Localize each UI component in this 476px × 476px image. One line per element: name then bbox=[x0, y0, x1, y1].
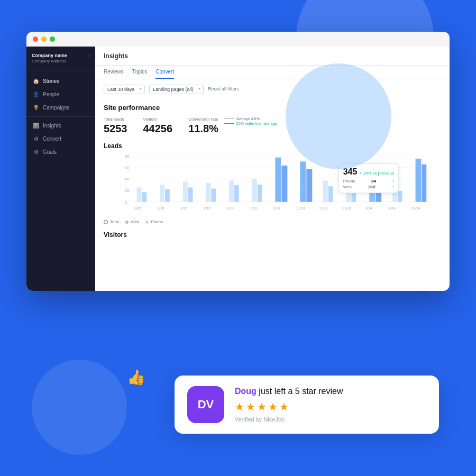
reset-filters-button[interactable]: Reset all filters bbox=[208, 86, 239, 91]
total-legend-icon bbox=[104, 220, 108, 224]
app-body: Company name › Company address 🏠 Stories… bbox=[26, 47, 450, 291]
tooltip-web-trend: ↑ bbox=[392, 185, 394, 189]
close-button[interactable] bbox=[33, 36, 38, 42]
sidebar-header: Company name › Company address bbox=[26, 47, 95, 70]
review-content: Doug just left a 5 star review ★ ★ ★ ★ ★… bbox=[235, 387, 426, 423]
svg-rect-27 bbox=[328, 186, 333, 202]
tooltip-row-web: Web 312 ↑ bbox=[343, 185, 394, 189]
phone-legend-icon bbox=[145, 221, 149, 224]
maximize-button[interactable] bbox=[50, 36, 55, 42]
title-bar bbox=[26, 32, 450, 47]
star-1: ★ bbox=[235, 400, 244, 413]
sidebar-item-insights[interactable]: 📊 Insights bbox=[26, 119, 95, 132]
tab-topics[interactable]: Topics bbox=[132, 69, 147, 79]
svg-rect-19 bbox=[234, 185, 239, 202]
content-area: Site performance Total leads 5253 Visito… bbox=[95, 98, 450, 291]
tooltip-main: 345 + 10% vs previous bbox=[343, 167, 394, 177]
svg-rect-25 bbox=[306, 169, 312, 202]
sidebar-item-convert[interactable]: ⚙ Convert bbox=[26, 132, 95, 145]
metric-conversion-group: Conversion rate 11.8% Average 4.8% bbox=[188, 117, 277, 135]
svg-text:3/24: 3/24 bbox=[365, 206, 372, 210]
svg-text:60: 60 bbox=[125, 166, 129, 170]
convert-icon: ⚙ bbox=[33, 136, 39, 142]
chart-container: 80 60 40 20 0 bbox=[104, 153, 441, 227]
svg-rect-13 bbox=[165, 189, 170, 202]
tab-convert[interactable]: Convert bbox=[155, 69, 174, 79]
svg-text:10/24: 10/24 bbox=[411, 206, 420, 210]
sub-nav: Reviews Topics Convert bbox=[95, 66, 450, 79]
sidebar-label-convert: Convert bbox=[43, 136, 61, 142]
svg-rect-35 bbox=[422, 164, 427, 202]
tooltip-phone-count: 34 bbox=[371, 179, 376, 184]
svg-rect-33 bbox=[398, 191, 402, 202]
date-range-wrapper: Last 30 days Last 7 days Last 90 days bbox=[104, 84, 145, 94]
average-row: Average 4.8% bbox=[224, 117, 277, 121]
conversion-label: Conversion rate bbox=[188, 117, 218, 122]
better-row: 20% better than average bbox=[224, 122, 277, 125]
tooltip-row-phone: Phone 34 ↑ bbox=[343, 179, 394, 184]
sidebar-item-campaigns[interactable]: 💡 Campaigns bbox=[26, 101, 95, 114]
tooltip-change: + 10% vs previous bbox=[359, 171, 394, 176]
verified-badge: Verified by NiceJob bbox=[235, 416, 426, 423]
tooltip-web-label: Web bbox=[343, 185, 352, 189]
review-text: Doug just left a 5 star review bbox=[235, 387, 426, 396]
svg-rect-15 bbox=[188, 187, 193, 202]
sidebar-item-stories[interactable]: 🏠 Stories bbox=[26, 75, 95, 88]
star-2: ★ bbox=[246, 400, 255, 413]
campaigns-icon: 💡 bbox=[33, 105, 39, 111]
landing-pages-wrapper: Landing pages (all) bbox=[149, 84, 204, 94]
svg-text:1/10: 1/10 bbox=[250, 206, 257, 210]
svg-rect-34 bbox=[416, 159, 422, 202]
legend-total: Total bbox=[104, 219, 119, 224]
minimize-button[interactable] bbox=[41, 36, 47, 42]
goals-icon: ⚙ bbox=[33, 149, 39, 155]
deco-circle bbox=[286, 63, 391, 169]
sidebar-label-goals: Goals bbox=[43, 149, 57, 155]
svg-text:8/16: 8/16 bbox=[204, 206, 210, 210]
web-legend-icon bbox=[125, 221, 129, 224]
sidebar: Company name › Company address 🏠 Stories… bbox=[26, 47, 95, 291]
avatar: DV bbox=[187, 386, 224, 423]
sidebar-label-people: People bbox=[43, 91, 59, 97]
visitors-value: 44256 bbox=[143, 123, 173, 135]
svg-rect-21 bbox=[258, 185, 262, 202]
review-card: DV Doug just left a 5 star review ★ ★ ★ … bbox=[175, 376, 439, 434]
date-range-select[interactable]: Last 30 days Last 7 days Last 90 days bbox=[104, 85, 145, 94]
sidebar-label-stories: Stories bbox=[43, 78, 59, 84]
conversion-info: Average 4.8% 20% better than average bbox=[224, 117, 277, 125]
svg-rect-14 bbox=[183, 182, 188, 202]
metric-total-leads: Total leads 5253 bbox=[104, 117, 127, 135]
legend-phone-label: Phone bbox=[151, 219, 163, 224]
top-nav: Insights bbox=[95, 47, 450, 66]
svg-text:11/10: 11/10 bbox=[342, 206, 351, 210]
svg-rect-16 bbox=[206, 183, 211, 202]
svg-text:40: 40 bbox=[125, 177, 129, 181]
svg-rect-11 bbox=[142, 192, 147, 202]
average-label: Average 4.8% bbox=[236, 117, 260, 121]
sidebar-chevron-icon: › bbox=[88, 53, 90, 58]
svg-text:11/10: 11/10 bbox=[296, 206, 305, 210]
svg-rect-10 bbox=[137, 187, 142, 202]
chart-legend: Total Web Phone bbox=[104, 219, 441, 224]
tab-reviews[interactable]: Reviews bbox=[104, 69, 124, 79]
main-content: Insights Reviews Topics Convert Last 30 … bbox=[95, 47, 450, 291]
sidebar-item-people[interactable]: 👤 People bbox=[26, 88, 95, 101]
landing-pages-select[interactable]: Landing pages (all) bbox=[149, 85, 204, 94]
svg-text:8/16: 8/16 bbox=[181, 206, 188, 210]
svg-text:0: 0 bbox=[125, 200, 127, 205]
svg-text:11/10: 11/10 bbox=[319, 206, 328, 210]
total-leads-label: Total leads bbox=[104, 117, 127, 122]
nav-divider bbox=[26, 116, 95, 117]
svg-rect-17 bbox=[211, 189, 216, 202]
tooltip-phone-trend: ↑ bbox=[392, 179, 394, 184]
company-address: Company address bbox=[32, 59, 90, 63]
sidebar-item-goals[interactable]: ⚙ Goals bbox=[26, 145, 95, 159]
page-title: Insights bbox=[104, 52, 128, 60]
legend-phone: Phone bbox=[145, 219, 163, 224]
svg-rect-20 bbox=[252, 179, 257, 202]
conversion-value: 11.8% bbox=[188, 123, 218, 135]
svg-rect-23 bbox=[281, 166, 287, 202]
company-name-row[interactable]: Company name › bbox=[32, 53, 90, 58]
visitors-title: Visitors bbox=[104, 231, 441, 239]
tooltip-web-count: 312 bbox=[368, 185, 375, 189]
